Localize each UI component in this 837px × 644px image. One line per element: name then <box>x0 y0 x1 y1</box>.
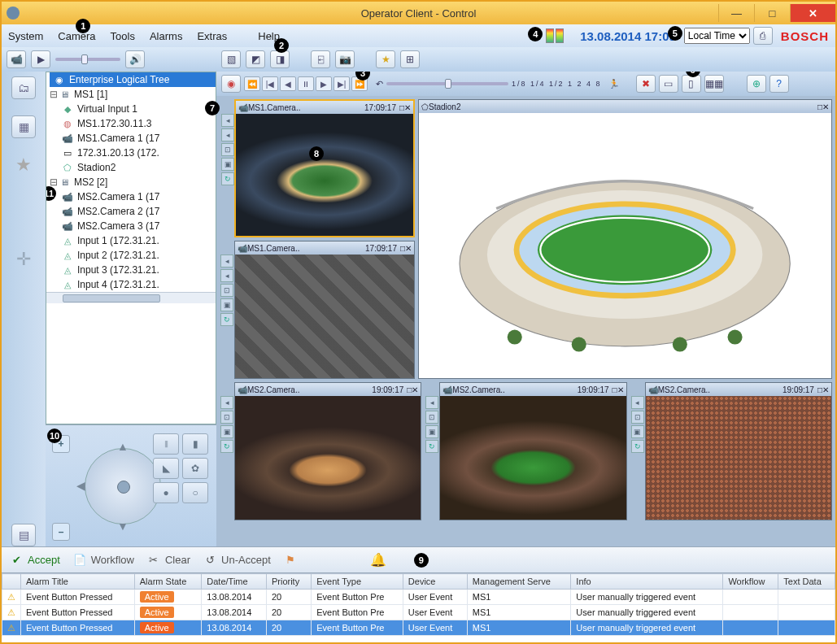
slider-thumb[interactable] <box>81 54 88 64</box>
step-back-icon[interactable]: |◀ <box>262 76 278 91</box>
camera-pane-1[interactable]: ◂◂⊡▣↻ 📹MS1.Camera..17:09:17□✕ 8 <box>234 99 415 237</box>
tree-item[interactable]: ◬Input 1 (172.31.21. <box>61 233 216 248</box>
tree-ms2[interactable]: ⊟🖥MS2 [2] <box>50 175 216 189</box>
step-fwd-icon[interactable]: ▶| <box>333 76 350 91</box>
menu-alarms[interactable]: Alarms <box>150 30 182 42</box>
play-back-icon[interactable]: ◀ <box>280 76 296 91</box>
tree-item[interactable]: ◬Input 3 (172.31.21. <box>61 263 216 277</box>
col-et[interactable]: Event Type <box>312 574 403 590</box>
cam-tool-icon[interactable]: ◂ <box>221 128 234 141</box>
col-info[interactable]: Info <box>571 574 723 590</box>
cam-tool-icon[interactable]: ↻ <box>425 440 438 453</box>
add-pane-icon[interactable]: ⊕ <box>747 75 766 93</box>
pane-close-icon[interactable]: ✕ <box>822 102 829 111</box>
tree-item[interactable]: ⬠Stadion2 <box>61 160 216 175</box>
tree-item[interactable]: 📹MS2.Camera 3 (17 <box>61 219 216 233</box>
cam-tool-icon[interactable]: ↻ <box>631 440 644 453</box>
col-td[interactable]: Text Data <box>778 574 835 590</box>
ptz-preset-3[interactable]: ◣ <box>153 458 179 479</box>
cam-tool-icon[interactable]: ◂ <box>220 269 233 282</box>
cam-tool-icon[interactable]: ◂ <box>220 255 233 268</box>
pane-close-icon[interactable]: ✕ <box>822 385 829 394</box>
rail-tree-icon[interactable]: 🗂 <box>11 76 36 99</box>
pane-close-icon[interactable]: ✕ <box>405 244 412 253</box>
col-dt[interactable]: Date/Time <box>202 574 267 590</box>
layout-2-icon[interactable]: ▯6 <box>682 75 701 93</box>
timezone-select[interactable]: Local Time <box>684 28 750 44</box>
menu-system[interactable]: System <box>8 30 43 42</box>
alarm-row[interactable]: ⚠ Event Button Pressed Active 13.08.2014… <box>2 590 835 605</box>
forward-fast-icon[interactable]: ⏩3 <box>351 76 368 91</box>
cam-tool-icon[interactable]: ▣ <box>631 425 644 438</box>
bookmark-icon[interactable]: ★ <box>376 50 395 68</box>
device-tree[interactable]: 11 ◉Enterprise Logical Tree ⊟🖥MS1 [1] ◆V… <box>46 72 216 424</box>
alarm-doc-button[interactable]: ⚑ <box>282 552 299 568</box>
print-icon[interactable]: ⎙ <box>753 27 773 45</box>
workflow-button[interactable]: 📄Workflow <box>72 552 134 568</box>
cam-tool-icon[interactable]: ↻ <box>221 172 234 185</box>
maximize-button[interactable]: □ <box>754 4 790 22</box>
live-mode-icon[interactable]: 📹 <box>7 50 26 68</box>
cam-tool-icon[interactable]: ↻ <box>220 440 233 453</box>
camera-pane-map[interactable]: ⬠Stadion2□✕ <box>418 99 832 379</box>
col-dev[interactable]: Device <box>403 574 467 590</box>
ptz-center-icon[interactable] <box>117 481 130 494</box>
tree-item[interactable]: ◍MS1.172.30.11.3 <box>61 116 216 131</box>
camera-pane-3[interactable]: ◂⊡▣↻ 📹MS2.Camera..19:09:17□✕ <box>234 382 421 520</box>
cam-tool-icon[interactable]: ⊡ <box>221 143 234 156</box>
ptz-preset-2[interactable]: ▮ <box>182 433 208 455</box>
tree-scrollbar[interactable] <box>46 292 216 303</box>
col-ms[interactable]: Management Serve <box>467 574 571 590</box>
camera-pane-5[interactable]: ◂⊡▣↻ 📹MS2.Camera..19:09:17□✕ <box>645 382 832 520</box>
play-icon[interactable]: ▶ <box>316 76 332 91</box>
alarm-row[interactable]: ⚠ Event Button Pressed Active 13.08.2014… <box>2 620 835 636</box>
cam-tool-icon[interactable]: ◂ <box>631 396 644 409</box>
layout-grid-icon[interactable]: ▦▦ <box>704 75 724 93</box>
ptz-preset-5[interactable]: ● <box>153 482 179 503</box>
unaccept-button[interactable]: ↺Un-Accept <box>202 552 271 568</box>
image-tool-2-icon[interactable]: ◩ <box>246 50 265 68</box>
cam-tool-icon[interactable]: ⊡ <box>220 284 233 297</box>
tree-item[interactable]: 📹MS1.Camera 1 (17 <box>61 131 216 146</box>
col-title[interactable]: Alarm Title <box>21 574 135 590</box>
ptz-zoom-out[interactable]: – <box>52 523 70 541</box>
tree-item[interactable]: ◆Virtual Input 1 <box>61 102 216 116</box>
image-tool-1-icon[interactable]: ▧ <box>221 50 241 68</box>
speaker-icon[interactable]: 🔊 <box>125 50 145 68</box>
cam-tool-icon[interactable]: ▣ <box>425 425 438 438</box>
cam-tool-icon[interactable]: ⊡ <box>425 411 438 424</box>
playback-mode-icon[interactable]: ▶ <box>31 50 50 68</box>
export-icon[interactable]: ⍇ <box>311 50 330 68</box>
cam-tool-icon[interactable]: ▣ <box>220 298 233 311</box>
cam-tool-icon[interactable]: ▣ <box>220 425 233 438</box>
accept-button[interactable]: ✔Accept <box>8 552 60 568</box>
pause-icon[interactable]: ⏸ <box>298 76 314 91</box>
camera-pane-2[interactable]: ◂◂⊡▣↻ 📹MS1.Camera..17:09:17□✕ <box>234 241 415 379</box>
bell-icon[interactable]: 🔔 <box>370 552 386 568</box>
sequence-icon[interactable]: ⊞ <box>400 50 420 68</box>
cam-tool-icon[interactable]: ⊡ <box>631 411 644 424</box>
pane-close-icon[interactable]: ✕ <box>617 385 624 394</box>
tree-item[interactable]: ◬Input 2 (172.31.21. <box>61 248 216 263</box>
close-button[interactable]: ✕ <box>790 4 835 22</box>
alarm-row[interactable]: ⚠ Event Button Pressed Active 13.08.2014… <box>2 605 835 620</box>
cam-tool-icon[interactable]: ◂ <box>220 396 233 409</box>
cam-tool-icon[interactable]: ◂ <box>425 396 438 409</box>
menu-camera[interactable]: Camera1 <box>58 30 95 42</box>
camera-pane-4[interactable]: ◂⊡▣↻ 📹MS2.Camera..19:09:17□✕ <box>439 382 626 520</box>
clear-button[interactable]: ✂Clear <box>146 552 190 568</box>
ptz-preset-6[interactable]: ○ <box>182 482 208 503</box>
volume-slider[interactable] <box>55 58 120 61</box>
rail-compass-icon[interactable]: ✛ <box>16 249 31 270</box>
rewind-fast-icon[interactable]: ⏪ <box>244 76 260 91</box>
speed-slider[interactable] <box>386 82 508 85</box>
pane-close-icon[interactable]: ✕ <box>412 385 418 394</box>
tree-item[interactable]: 📹MS2.Camera 1 (17 <box>61 189 216 204</box>
menu-tools[interactable]: Tools <box>111 30 135 42</box>
cam-tool-icon[interactable]: ◂ <box>221 114 234 127</box>
snapshot-icon[interactable]: 📷 <box>335 50 355 68</box>
alarm-table[interactable]: Alarm Title Alarm State Date/Time Priori… <box>2 572 835 642</box>
cam-tool-icon[interactable]: ⊡ <box>220 411 233 424</box>
col-state[interactable]: Alarm State <box>134 574 202 590</box>
col-prio[interactable]: Priority <box>266 574 311 590</box>
